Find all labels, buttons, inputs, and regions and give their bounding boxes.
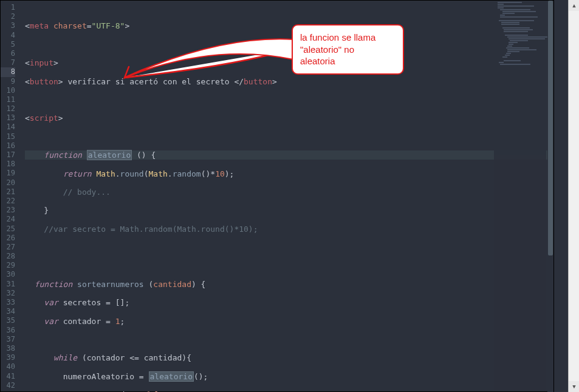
line-number[interactable]: 2 bbox=[1, 12, 15, 21]
line-number[interactable]: 35 bbox=[1, 316, 15, 325]
line-number[interactable]: 29 bbox=[1, 261, 15, 270]
line-number[interactable]: 36 bbox=[1, 326, 15, 335]
line-number[interactable]: 32 bbox=[1, 289, 15, 298]
line-number[interactable]: 37 bbox=[1, 335, 15, 344]
callout-text-line1: la funcion se llama bbox=[300, 32, 375, 42]
line-number[interactable]: 33 bbox=[1, 298, 15, 307]
line-number[interactable]: 21 bbox=[1, 188, 15, 197]
line-number[interactable]: 5 bbox=[1, 40, 15, 49]
line-number[interactable]: 12 bbox=[1, 104, 15, 113]
line-number[interactable]: 34 bbox=[1, 307, 15, 316]
line-number[interactable]: 27 bbox=[1, 243, 15, 252]
line-number[interactable]: 16 bbox=[1, 141, 15, 150]
function-name-highlight: aleatorio bbox=[87, 150, 132, 160]
line-number[interactable]: 10 bbox=[1, 86, 15, 95]
callout-arrow bbox=[122, 30, 304, 91]
line-number[interactable]: 28 bbox=[1, 252, 15, 261]
line-number[interactable]: 4 bbox=[1, 31, 15, 40]
line-number[interactable]: 22 bbox=[1, 197, 15, 206]
line-number[interactable]: 38 bbox=[1, 344, 15, 353]
scrollbar-thumb[interactable] bbox=[548, 1, 553, 255]
line-number[interactable]: 30 bbox=[1, 270, 15, 279]
line-number[interactable]: 8 bbox=[1, 67, 15, 76]
callout-text-line3: aleatoria bbox=[300, 56, 335, 66]
window-scrollbar[interactable]: ▲ ▼ bbox=[568, 0, 579, 392]
line-number[interactable]: 11 bbox=[1, 95, 15, 104]
line-number[interactable]: 6 bbox=[1, 49, 15, 58]
callout-text-line2: "aleatorio" no bbox=[300, 44, 354, 55]
scroll-down-button[interactable]: ▼ bbox=[569, 381, 579, 392]
line-number[interactable]: 39 bbox=[1, 353, 15, 362]
annotation-callout: la funcion se llama "aleatorio" no aleat… bbox=[292, 24, 404, 75]
line-number[interactable]: 42 bbox=[1, 381, 15, 390]
line-number[interactable]: 31 bbox=[1, 280, 15, 289]
minimap[interactable] bbox=[494, 2, 546, 390]
editor-scrollbar[interactable] bbox=[547, 1, 553, 392]
line-number[interactable]: 7 bbox=[1, 58, 15, 67]
line-number-gutter[interactable]: 1234567891011121314151617181920212223242… bbox=[1, 1, 21, 391]
function-call-highlight: aleatorio bbox=[149, 371, 194, 382]
line-number[interactable]: 13 bbox=[1, 113, 15, 123]
line-number[interactable]: 23 bbox=[1, 206, 15, 215]
line-number[interactable]: 25 bbox=[1, 225, 15, 234]
line-number[interactable]: 9 bbox=[1, 77, 15, 86]
line-number[interactable]: 26 bbox=[1, 234, 15, 243]
line-number[interactable]: 20 bbox=[1, 178, 15, 188]
line-number[interactable]: 40 bbox=[1, 362, 15, 371]
line-number[interactable]: 15 bbox=[1, 132, 15, 141]
line-number[interactable]: 3 bbox=[1, 21, 15, 30]
line-number[interactable]: 19 bbox=[1, 169, 15, 178]
line-number[interactable]: 18 bbox=[1, 160, 15, 169]
scroll-up-button[interactable]: ▲ bbox=[569, 0, 579, 11]
line-number[interactable]: 14 bbox=[1, 123, 15, 132]
line-number[interactable]: 1 bbox=[1, 3, 15, 12]
line-number[interactable]: 17 bbox=[1, 150, 15, 160]
line-number[interactable]: 24 bbox=[1, 215, 15, 224]
line-number[interactable]: 41 bbox=[1, 372, 15, 381]
